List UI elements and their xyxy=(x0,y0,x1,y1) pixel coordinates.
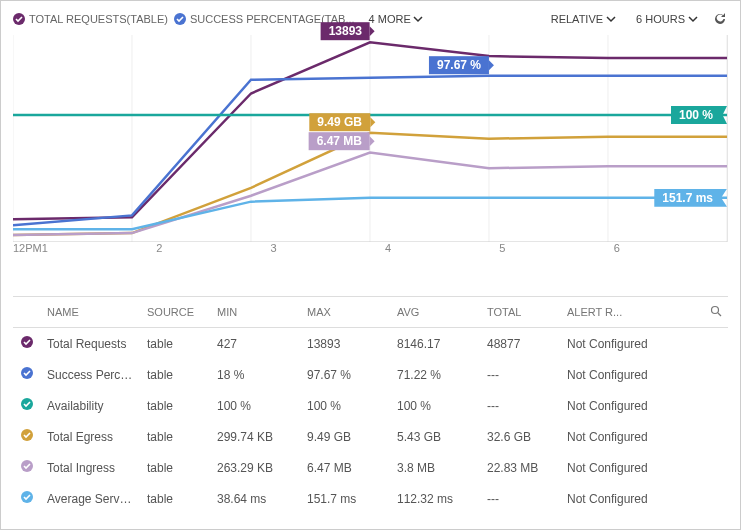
cell-max: 9.49 GB xyxy=(301,421,391,452)
cell-avg: 112.32 ms xyxy=(391,483,481,514)
cell-alert: Not Configured xyxy=(561,452,728,483)
cell-total: --- xyxy=(481,390,561,421)
cell-max: 151.7 ms xyxy=(301,483,391,514)
search-button[interactable] xyxy=(704,297,728,328)
check-icon xyxy=(13,13,25,25)
th-total[interactable]: TOTAL xyxy=(481,297,561,328)
x-tick: 2 xyxy=(156,242,270,260)
chart-callout: 97.67 % xyxy=(429,56,489,74)
cell-source: table xyxy=(141,328,211,360)
th-max[interactable]: MAX xyxy=(301,297,391,328)
cell-min: 263.29 KB xyxy=(211,452,301,483)
cell-alert: Not Configured xyxy=(561,483,728,514)
cell-min: 18 % xyxy=(211,359,301,390)
cell-total: --- xyxy=(481,483,561,514)
cell-name: Availability xyxy=(41,390,141,421)
th-avg[interactable]: AVG xyxy=(391,297,481,328)
cell-max: 97.67 % xyxy=(301,359,391,390)
timerange-dropdown[interactable]: 6 HOURS xyxy=(636,13,698,25)
cell-avg: 5.43 GB xyxy=(391,421,481,452)
cell-max: 100 % xyxy=(301,390,391,421)
check-icon xyxy=(21,460,33,472)
search-icon xyxy=(710,305,722,317)
relative-dropdown[interactable]: RELATIVE xyxy=(551,13,616,25)
refresh-icon[interactable] xyxy=(712,11,728,27)
x-axis: 12PM123456 xyxy=(13,242,728,260)
cell-min: 299.74 KB xyxy=(211,421,301,452)
check-icon xyxy=(21,491,33,503)
timerange-label: 6 HOURS xyxy=(636,13,685,25)
x-tick: 5 xyxy=(499,242,613,260)
chart-callout: 6.47 MB xyxy=(309,133,370,151)
svg-point-10 xyxy=(712,307,719,314)
cell-alert: Not Configured xyxy=(561,421,728,452)
x-tick: 6 xyxy=(614,242,728,260)
table-header-row: NAME SOURCE MIN MAX AVG TOTAL ALERT R... xyxy=(13,297,728,328)
cell-alert: Not Configured xyxy=(561,328,728,360)
table-row[interactable]: Total Egresstable299.74 KB9.49 GB5.43 GB… xyxy=(13,421,728,452)
table-row[interactable]: Success Perce...table18 %97.67 %71.22 %-… xyxy=(13,359,728,390)
chart-callout: 151.7 ms xyxy=(654,189,727,207)
th-name[interactable]: NAME xyxy=(41,297,141,328)
chart-callout: 100 % xyxy=(671,106,727,124)
legend-label: TOTAL REQUESTS(TABLE) xyxy=(29,13,168,25)
th-min[interactable]: MIN xyxy=(211,297,301,328)
cell-name: Success Perce... xyxy=(41,359,141,390)
chevron-down-icon xyxy=(688,14,698,24)
cell-source: table xyxy=(141,483,211,514)
th-alert[interactable]: ALERT R... xyxy=(561,297,704,328)
metrics-table: NAME SOURCE MIN MAX AVG TOTAL ALERT R...… xyxy=(13,296,728,514)
x-tick: 4 xyxy=(385,242,499,260)
metrics-chart[interactable]: 1389397.67 %100 %9.49 GB6.47 MB151.7 ms … xyxy=(13,35,728,260)
cell-avg: 100 % xyxy=(391,390,481,421)
svg-line-11 xyxy=(718,313,721,316)
cell-name: Average Server... xyxy=(41,483,141,514)
cell-source: table xyxy=(141,421,211,452)
cell-max: 13893 xyxy=(301,328,391,360)
cell-max: 6.47 MB xyxy=(301,452,391,483)
chart-callout: 9.49 GB xyxy=(309,113,370,131)
cell-name: Total Egress xyxy=(41,421,141,452)
x-tick: 3 xyxy=(271,242,385,260)
check-icon xyxy=(21,336,33,348)
check-icon xyxy=(174,13,186,25)
cell-total: --- xyxy=(481,359,561,390)
check-icon xyxy=(21,429,33,441)
table-row[interactable]: Availabilitytable100 %100 %100 %---Not C… xyxy=(13,390,728,421)
cell-source: table xyxy=(141,452,211,483)
check-icon xyxy=(21,398,33,410)
cell-name: Total Ingress xyxy=(41,452,141,483)
th-source[interactable]: SOURCE xyxy=(141,297,211,328)
cell-total: 32.6 GB xyxy=(481,421,561,452)
cell-total: 22.83 MB xyxy=(481,452,561,483)
cell-alert: Not Configured xyxy=(561,359,728,390)
chevron-down-icon xyxy=(413,14,423,24)
cell-source: table xyxy=(141,359,211,390)
cell-source: table xyxy=(141,390,211,421)
chart-callout: 13893 xyxy=(321,23,370,41)
legend-item-total-requests[interactable]: TOTAL REQUESTS(TABLE) xyxy=(13,13,168,25)
legend-more-label: 4 MORE xyxy=(369,13,411,25)
cell-total: 48877 xyxy=(481,328,561,360)
cell-name: Total Requests xyxy=(41,328,141,360)
table-row[interactable]: Average Server...table38.64 ms151.7 ms11… xyxy=(13,483,728,514)
cell-min: 427 xyxy=(211,328,301,360)
cell-min: 38.64 ms xyxy=(211,483,301,514)
cell-min: 100 % xyxy=(211,390,301,421)
cell-alert: Not Configured xyxy=(561,390,728,421)
chevron-down-icon xyxy=(606,14,616,24)
table-row[interactable]: Total Requeststable427138938146.1748877N… xyxy=(13,328,728,360)
chart-plot-area: 1389397.67 %100 %9.49 GB6.47 MB151.7 ms xyxy=(13,35,728,242)
table-row[interactable]: Total Ingresstable263.29 KB6.47 MB3.8 MB… xyxy=(13,452,728,483)
cell-avg: 3.8 MB xyxy=(391,452,481,483)
cell-avg: 71.22 % xyxy=(391,359,481,390)
check-icon xyxy=(21,367,33,379)
x-tick: 12PM xyxy=(13,242,42,260)
cell-avg: 8146.17 xyxy=(391,328,481,360)
relative-label: RELATIVE xyxy=(551,13,603,25)
x-tick: 1 xyxy=(42,242,156,260)
legend-more-button[interactable]: 4 MORE xyxy=(369,13,423,25)
